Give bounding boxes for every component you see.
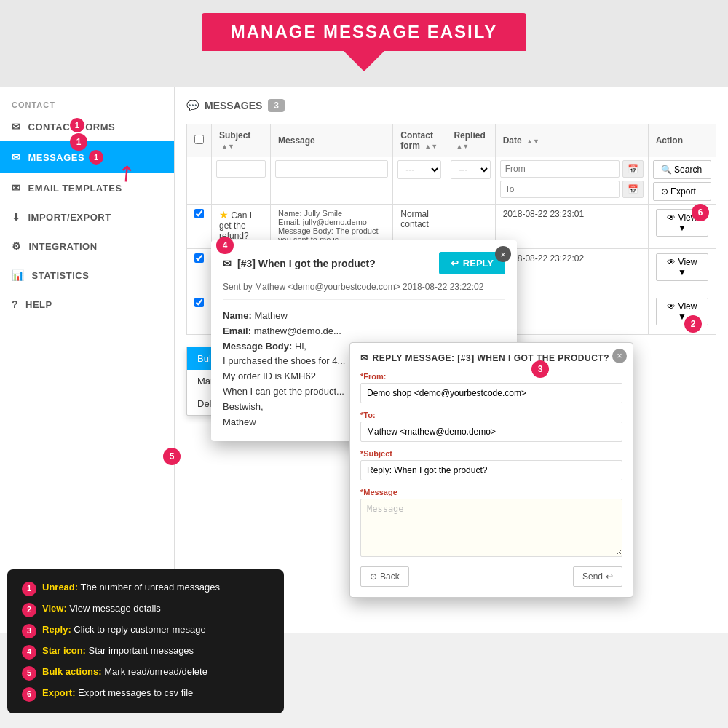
date-to-calendar[interactable]: 📅 bbox=[622, 181, 644, 198]
info-row-6: 6 Export: Export messages to csv file bbox=[22, 687, 269, 702]
row2-view-button[interactable]: 👁 View ▼ bbox=[656, 253, 708, 281]
date-from-input[interactable] bbox=[500, 160, 620, 178]
header-arrow bbox=[344, 51, 384, 71]
sort-subject: ▲▼ bbox=[221, 143, 234, 150]
to-label: *To: bbox=[360, 411, 622, 419]
info-text-5: Bulk actions: Mark read/unread/delete bbox=[42, 665, 207, 678]
messages-header: 💬 MESSAGES 3 bbox=[186, 99, 716, 112]
contact-forms-badge: 1 bbox=[70, 118, 84, 132]
reply-modal-close[interactable]: × bbox=[612, 349, 627, 363]
message-textarea[interactable] bbox=[360, 499, 622, 557]
info-row-3: 3 Reply: Click to reply customer mesage bbox=[22, 623, 269, 638]
from-label: *From: bbox=[360, 372, 622, 381]
info-num-4: 4 bbox=[22, 645, 36, 660]
subject-input[interactable] bbox=[360, 460, 622, 480]
select-all-checkbox[interactable] bbox=[194, 135, 204, 144]
row1-star[interactable]: ★ bbox=[219, 209, 229, 221]
col-date: Date ▲▼ bbox=[495, 124, 648, 157]
col-message: Message bbox=[271, 124, 393, 157]
step-badge-5: 5 bbox=[163, 448, 181, 465]
info-box: 1 Unread: The number of unread messages … bbox=[7, 569, 284, 713]
filter-subject-input[interactable] bbox=[216, 160, 266, 178]
info-row-4: 4 Star icon: Star important messages bbox=[22, 644, 269, 660]
template-icon: ✉ bbox=[12, 182, 21, 194]
step-badge-6: 6 bbox=[692, 204, 709, 221]
step-badge-4: 4 bbox=[216, 237, 234, 254]
modal-close-button[interactable]: × bbox=[495, 246, 511, 262]
info-num-5: 5 bbox=[22, 666, 36, 681]
export-button[interactable]: ⊙ Export bbox=[653, 182, 711, 201]
header-title: MANAGE MESSAGE EASILY bbox=[231, 22, 498, 42]
modal-envelope-icon: ✉ bbox=[223, 258, 232, 269]
col-replied: Replied ▲▼ bbox=[446, 124, 495, 157]
from-field: *From: bbox=[360, 372, 622, 403]
import-export-icon: ⬇ bbox=[12, 211, 21, 223]
date-from-calendar[interactable]: 📅 bbox=[622, 160, 644, 178]
to-input[interactable] bbox=[360, 422, 622, 442]
step-badge-1: 1 bbox=[70, 133, 87, 151]
row2-date: 2018-08-22 23:22:02 bbox=[495, 249, 648, 293]
row1-checkbox[interactable] bbox=[194, 209, 204, 218]
info-row-1: 1 Unread: The number of unread messages bbox=[22, 581, 269, 596]
sidebar: CONTACT ✉ CONTACT FORMS 1 ✉ MESSAGES 1 ✉… bbox=[0, 87, 175, 633]
sidebar-item-integration[interactable]: ⚙ INTEGRATION bbox=[0, 232, 174, 261]
subject-label: *Subject bbox=[360, 449, 622, 458]
sidebar-item-messages[interactable]: ✉ MESSAGES 1 bbox=[0, 141, 174, 173]
step-badge-3: 3 bbox=[531, 360, 549, 378]
info-row-2: 2 View: View message details bbox=[22, 602, 269, 617]
messages-icon: ✉ bbox=[12, 151, 21, 163]
reply-modal: × ✉ REPLY MESSAGE: [#3] WHEN I GOT THE P… bbox=[349, 342, 633, 598]
info-text-3: Reply: Click to reply customer mesage bbox=[42, 623, 206, 636]
sidebar-item-help[interactable]: ? HELP bbox=[0, 290, 174, 319]
send-icon: ↩ bbox=[606, 571, 613, 582]
reply-modal-title: ✉ REPLY MESSAGE: [#3] WHEN I GOT THE PRO… bbox=[360, 353, 622, 363]
row2-checkbox[interactable] bbox=[194, 253, 204, 263]
reply-footer: ⊙ Back Send ↩ bbox=[360, 566, 622, 587]
date-to-wrap: 📅 bbox=[500, 181, 644, 198]
sidebar-item-contact-forms[interactable]: ✉ CONTACT FORMS 1 bbox=[0, 112, 174, 141]
date-to-input[interactable] bbox=[500, 181, 620, 198]
help-icon: ? bbox=[12, 298, 18, 310]
col-action: Action bbox=[648, 124, 716, 157]
send-button[interactable]: Send ↩ bbox=[573, 566, 622, 587]
info-text-1: Unread: The number of unread messages bbox=[42, 581, 220, 594]
info-row-5: 5 Bulk actions: Mark read/unread/delete bbox=[22, 665, 269, 681]
message-label: *Message bbox=[360, 488, 622, 496]
filter-message-input[interactable] bbox=[275, 160, 388, 178]
row1-date: 2018-08-22 23:23:01 bbox=[495, 205, 648, 249]
info-text-4: Star icon: Star important messages bbox=[42, 644, 194, 657]
search-button[interactable]: 🔍 Search bbox=[653, 160, 711, 179]
sidebar-item-email-templates[interactable]: ✉ EMAIL TEMPLATES bbox=[0, 173, 174, 202]
sort-date: ▲▼ bbox=[526, 138, 539, 145]
sidebar-item-label: EMAIL TEMPLATES bbox=[28, 183, 122, 194]
messages-title: 💬 MESSAGES 3 bbox=[186, 99, 285, 112]
filter-replied-select[interactable]: --- bbox=[451, 160, 490, 179]
sidebar-item-label: STATISTICS bbox=[32, 270, 90, 281]
back-button[interactable]: ⊙ Back bbox=[360, 566, 409, 587]
reply-modal-envelope: ✉ bbox=[360, 353, 368, 363]
info-num-2: 2 bbox=[22, 603, 36, 617]
mail-icon: ✉ bbox=[12, 121, 21, 132]
row3-checkbox[interactable] bbox=[194, 298, 204, 307]
header-banner: MANAGE MESSAGE EASILY bbox=[0, 0, 728, 87]
filter-contact-form-select[interactable]: --- Normal contact bbox=[397, 160, 441, 179]
sort-contact-form: ▲▼ bbox=[424, 143, 438, 150]
col-contact-form: Contact form ▲▼ bbox=[393, 124, 446, 157]
row3-action: 👁 View ▼ bbox=[648, 293, 716, 335]
info-num-6: 6 bbox=[22, 687, 36, 702]
info-text-6: Export: Export messages to csv file bbox=[42, 687, 193, 700]
info-num-3: 3 bbox=[22, 624, 36, 638]
from-input[interactable] bbox=[360, 383, 622, 403]
sidebar-item-statistics[interactable]: 📊 STATISTICS bbox=[0, 261, 174, 290]
contact-label: CONTACT bbox=[0, 95, 174, 112]
statistics-icon: 📊 bbox=[12, 269, 25, 281]
back-icon: ⊙ bbox=[370, 571, 377, 582]
sidebar-item-label: IMPORT/EXPORT bbox=[28, 212, 111, 223]
messages-badge: 1 bbox=[89, 150, 103, 165]
sidebar-item-import-export[interactable]: ⬇ IMPORT/EXPORT bbox=[0, 202, 174, 232]
modal-meta: Sent by Mathew <demo@yourbestcode.com> 2… bbox=[223, 282, 505, 300]
date-from-wrap: 📅 bbox=[500, 160, 644, 178]
info-num-1: 1 bbox=[22, 582, 36, 596]
action-cell: 🔍 Search ⊙ Export bbox=[648, 157, 716, 205]
to-field: *To: bbox=[360, 411, 622, 442]
